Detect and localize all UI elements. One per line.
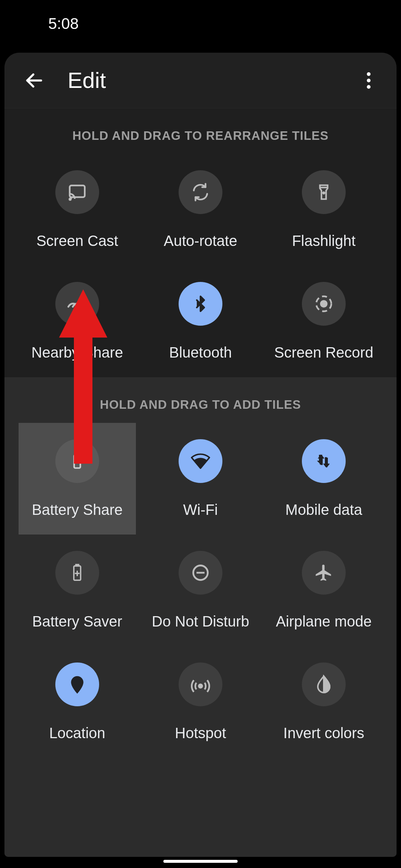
auto-rotate-icon <box>179 170 222 214</box>
tile-hotspot[interactable]: Hotspot <box>139 646 262 758</box>
tile-airplane-mode[interactable]: Airplane mode <box>262 535 385 646</box>
more-options-button[interactable] <box>356 68 382 93</box>
arrow-back-icon <box>24 70 45 91</box>
tile-label: Battery Share <box>32 502 123 518</box>
tile-label: Screen Cast <box>36 233 118 249</box>
hotspot-icon <box>179 662 222 706</box>
cast-icon <box>55 170 99 214</box>
available-tiles-section: HOLD AND DRAG TO ADD TILES Battery Share… <box>4 377 397 857</box>
tile-label: Battery Saver <box>32 613 122 630</box>
svg-rect-4 <box>70 185 85 197</box>
tile-location[interactable]: Location <box>16 646 139 758</box>
back-button[interactable] <box>19 66 49 95</box>
svg-point-2 <box>367 79 371 82</box>
airplane-icon <box>302 551 346 595</box>
svg-point-3 <box>367 85 371 89</box>
svg-point-20 <box>199 684 202 688</box>
tile-invert-colors[interactable]: Invert colors <box>262 646 385 758</box>
tile-mobile-data[interactable]: Mobile data <box>262 423 385 535</box>
battery-saver-icon <box>55 551 99 595</box>
nearby-share-icon <box>55 282 99 326</box>
tile-screen-record[interactable]: Screen Record <box>262 266 385 377</box>
tile-label: Invert colors <box>283 725 364 742</box>
tile-label: Location <box>49 725 105 742</box>
svg-point-9 <box>321 301 327 307</box>
svg-point-19 <box>75 680 79 684</box>
tile-do-not-disturb[interactable]: Do Not Disturb <box>139 535 262 646</box>
page-title: Edit <box>68 68 356 93</box>
available-tiles-grid: Battery Share Wi-Fi Mobile data B <box>4 423 397 758</box>
tile-label: Screen Record <box>274 344 374 361</box>
wifi-icon <box>179 439 222 483</box>
more-vert-icon <box>366 72 371 89</box>
tile-nearby-share[interactable]: Nearby Share <box>16 266 139 377</box>
tile-label: Auto-rotate <box>164 233 237 249</box>
screen-record-icon <box>302 282 346 326</box>
svg-point-5 <box>69 198 71 200</box>
mobile-data-icon <box>302 439 346 483</box>
flashlight-icon <box>302 170 346 214</box>
tile-label: Hotspot <box>175 725 226 742</box>
tile-battery-saver[interactable]: Battery Saver <box>16 535 139 646</box>
battery-share-icon <box>55 439 99 483</box>
tile-battery-share[interactable]: Battery Share <box>19 423 136 535</box>
location-icon <box>55 662 99 706</box>
tile-label: Nearby Share <box>32 344 123 361</box>
svg-rect-14 <box>76 565 78 566</box>
dnd-icon <box>179 551 222 595</box>
tile-wifi[interactable]: Wi-Fi <box>139 423 262 535</box>
rearrange-hint: HOLD AND DRAG TO REARRANGE TILES <box>4 108 397 154</box>
qs-edit-panel: Edit HOLD AND DRAG TO REARRANGE TILES Sc… <box>4 53 397 857</box>
status-bar: 5:08 <box>0 0 401 41</box>
status-time: 5:08 <box>48 15 79 32</box>
active-tiles-grid: Screen Cast Auto-rotate Flashlight Nearb… <box>4 154 397 377</box>
tile-label: Bluetooth <box>169 344 232 361</box>
tile-label: Airplane mode <box>276 613 372 630</box>
svg-rect-11 <box>76 453 78 455</box>
tile-label: Mobile data <box>286 502 362 518</box>
tile-label: Do Not Disturb <box>152 613 249 630</box>
tile-auto-rotate[interactable]: Auto-rotate <box>139 154 262 266</box>
svg-point-1 <box>367 72 371 76</box>
gesture-nav-bar[interactable] <box>163 860 238 863</box>
add-hint: HOLD AND DRAG TO ADD TILES <box>4 377 397 423</box>
bluetooth-icon <box>179 282 222 326</box>
tile-label: Flashlight <box>292 233 355 249</box>
tile-bluetooth[interactable]: Bluetooth <box>139 266 262 377</box>
tile-flashlight[interactable]: Flashlight <box>262 154 385 266</box>
app-bar: Edit <box>4 53 397 108</box>
svg-point-7 <box>323 192 325 194</box>
invert-colors-icon <box>302 662 346 706</box>
tile-label: Wi-Fi <box>183 502 218 518</box>
tile-screen-cast[interactable]: Screen Cast <box>16 154 139 266</box>
